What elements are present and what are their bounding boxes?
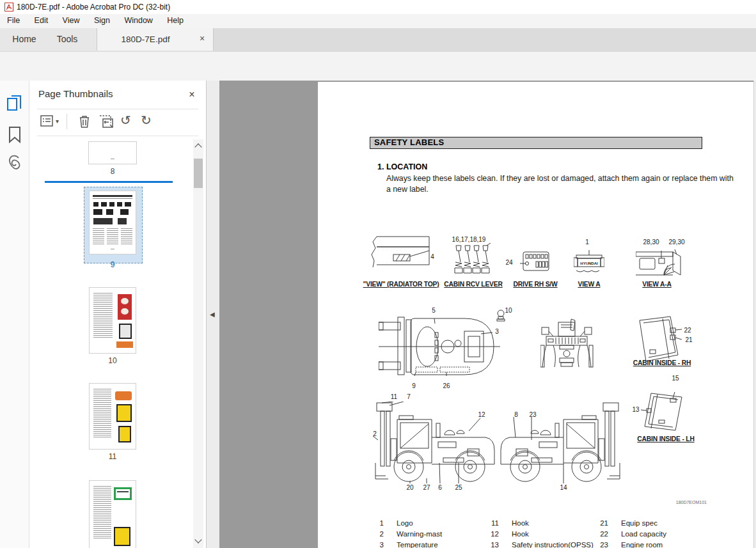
- menu-help[interactable]: Help: [161, 14, 189, 28]
- part-label: Equip spec: [621, 519, 658, 527]
- callout-8: 8: [514, 411, 518, 418]
- callout-28-30: 28,30: [643, 239, 659, 246]
- drive-switch-figure: [520, 250, 551, 273]
- part-number: 21: [595, 519, 608, 527]
- thumbnail-page-9-selected[interactable]: [84, 187, 143, 263]
- panel-scrollbar[interactable]: [193, 139, 203, 548]
- view-aa-figure: [636, 247, 682, 279]
- callout-24: 24: [505, 259, 512, 266]
- cabin-rcv-lever-figure: [453, 243, 494, 278]
- menu-view[interactable]: View: [57, 14, 86, 28]
- tab-home[interactable]: Home: [6, 28, 42, 51]
- title-bar: 180D-7E.pdf - Adobe Acrobat Pro DC (32-b…: [0, 0, 756, 14]
- panel-title: Page Thumbnails: [38, 88, 113, 99]
- part-label: Load capacity: [621, 530, 666, 538]
- view-a-figure: HYUNDAI: [574, 249, 604, 274]
- rotate-ccw-icon[interactable]: ↺: [120, 113, 131, 128]
- thumbnail-label-9[interactable]: 9: [90, 260, 136, 269]
- cabin-inside-lh-figure: [641, 392, 693, 432]
- callout-10: 10: [505, 307, 512, 314]
- document-view-area[interactable]: SAFETY LABELS 1. LOCATION Always keep th…: [219, 81, 753, 548]
- part-number: 12: [486, 530, 499, 538]
- part-label: Hook: [512, 530, 529, 538]
- part-label: Hook: [512, 519, 529, 527]
- caption-radiator: "VIEW" (RADIATOR TOP): [363, 281, 439, 288]
- panel-separator-2: [37, 136, 198, 136]
- page-thumbnails-panel-icon[interactable]: [6, 95, 23, 113]
- callout-15: 15: [672, 375, 679, 382]
- tab-close-icon[interactable]: ×: [196, 33, 208, 45]
- thumbnail-page-11[interactable]: [90, 384, 136, 449]
- panel-collapse-strip[interactable]: ◀: [207, 81, 219, 548]
- panel-scrollbar-thumb[interactable]: [194, 159, 203, 188]
- part-label: Logo: [397, 519, 413, 527]
- menu-sign[interactable]: Sign: [88, 14, 116, 28]
- thumbnail-label-11[interactable]: 11: [90, 452, 136, 461]
- scroll-down-icon[interactable]: [194, 536, 201, 543]
- part-number: 23: [595, 541, 608, 548]
- tab-document[interactable]: 180D-7E.pdf ×: [97, 28, 214, 51]
- thumbnail-label-8[interactable]: 8: [90, 167, 136, 176]
- part-number: 1: [371, 519, 384, 527]
- tab-tools[interactable]: Tools: [49, 28, 86, 51]
- bookmarks-panel-icon[interactable]: [8, 127, 21, 143]
- thumbnail-page-10[interactable]: [90, 288, 136, 353]
- callout-2: 2: [373, 430, 377, 437]
- callout-3: 3: [495, 328, 499, 335]
- tab-bar-empty-space: [212, 28, 756, 52]
- rotate-cw-icon[interactable]: ↻: [141, 113, 152, 128]
- menu-window[interactable]: Window: [118, 14, 158, 28]
- caption-cabin-rh: CABIN INSIDE - RH: [633, 359, 691, 366]
- radiator-top-figure: [368, 233, 435, 279]
- thumbnail-page-12[interactable]: [90, 481, 136, 548]
- page-position-indicator: [45, 181, 173, 183]
- window-title: 180D-7E.pdf - Adobe Acrobat Pro DC (32-b…: [17, 3, 170, 12]
- callout-1: 1: [585, 239, 589, 246]
- caption-view-aa: VIEW A-A: [642, 281, 672, 288]
- main-toolbar: 9 / 204 75% ▾ ▾: [0, 51, 756, 81]
- cabin-inside-rh-figure: [633, 315, 682, 363]
- caption-drive: DRIVE RH S/W: [513, 281, 557, 288]
- thumbnail-options-caret-icon[interactable]: ▾: [56, 118, 59, 125]
- callout-29-30: 29,30: [668, 239, 684, 246]
- callout-22: 22: [684, 327, 691, 334]
- body-text-line-1: Always keep these labels clean. If they …: [386, 174, 734, 183]
- svg-text:HYUNDAI: HYUNDAI: [580, 262, 598, 265]
- caption-cabin-lh: CABIN INSIDE - LH: [637, 435, 694, 442]
- thumbnail-page-9[interactable]: [90, 191, 136, 254]
- body-text-line-2: a new label.: [386, 185, 429, 194]
- menu-file[interactable]: File: [1, 14, 26, 28]
- thumbnail-options-icon[interactable]: [40, 114, 54, 128]
- part-number: 2: [371, 530, 384, 538]
- callout-13: 13: [632, 406, 639, 413]
- delete-page-icon[interactable]: [77, 114, 91, 129]
- menu-edit[interactable]: Edit: [29, 14, 54, 28]
- part-label: Temperature: [397, 541, 438, 548]
- panel-close-icon[interactable]: ×: [185, 88, 198, 101]
- extract-page-icon[interactable]: [98, 114, 114, 129]
- callout-4: 4: [430, 253, 434, 260]
- menu-bar: File Edit View Sign Window Help: [0, 14, 756, 29]
- attachments-panel-icon[interactable]: [6, 153, 23, 171]
- caption-rcv: CABIN RCV LEVER: [444, 281, 502, 288]
- navigation-sidebar: [0, 81, 29, 548]
- callout-11: 11: [391, 393, 397, 400]
- callout-26: 26: [443, 382, 450, 389]
- caption-view-a: VIEW A: [578, 281, 600, 288]
- callout-25: 25: [455, 484, 462, 491]
- callout-14: 14: [560, 484, 567, 491]
- part-number: 22: [595, 530, 608, 538]
- collapse-panel-icon[interactable]: ◀: [210, 311, 215, 318]
- location-heading: 1. LOCATION: [377, 162, 427, 171]
- part-label: Safety instruction(OPSS): [512, 541, 594, 548]
- machine-rear-view-figure: [540, 317, 594, 371]
- document-scrollbar[interactable]: [753, 81, 756, 548]
- thumbnail-label-10[interactable]: 10: [90, 356, 136, 365]
- callout-23: 23: [529, 411, 536, 418]
- scroll-up-icon[interactable]: [194, 143, 201, 150]
- panel-separator: [37, 109, 198, 109]
- acrobat-logo-icon: [4, 3, 13, 12]
- part-number: 13: [486, 541, 499, 548]
- panel-toolbar-divider: [67, 114, 67, 129]
- thumbnail-page-8[interactable]: [89, 142, 136, 164]
